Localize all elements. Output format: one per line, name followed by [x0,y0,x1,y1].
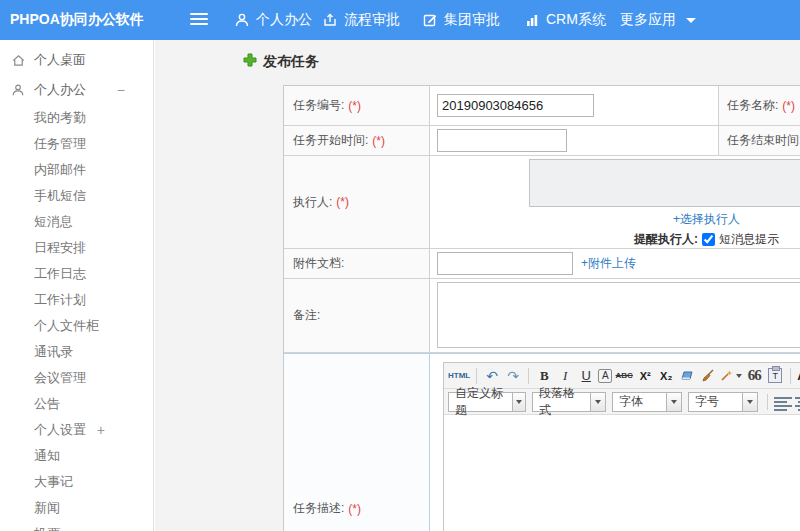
sidebar-item-memorabilia[interactable]: 大事记 [0,469,153,495]
description-label: 任务描述:(*) [284,354,430,531]
sidebar-item-notice[interactable]: 通知 [0,443,153,469]
custom-heading-select[interactable]: 自定义标题 [448,392,526,412]
user-icon [234,12,250,28]
italic-button[interactable]: I [556,366,574,386]
app-logo: PHPOA协同办公软件 [10,0,144,40]
strikethrough-button[interactable]: ABC [615,366,633,386]
underline-button[interactable]: U [577,366,595,386]
sidebar-item-announcement[interactable]: 公告 [0,391,153,417]
home-icon [10,52,26,68]
eraser-button[interactable] [678,366,696,386]
collapse-minus-icon[interactable]: − [117,82,125,98]
rich-text-editor: HTML ↶ ↷ B I U A ABC X² X₂ [443,362,800,531]
sidebar-item-personal-files[interactable]: 个人文件柜 [0,313,153,339]
start-time-label: 任务开始时间:(*) [284,126,430,155]
sidebar-item-schedule[interactable]: 日程安排 [0,235,153,261]
caret-down-icon [686,18,696,23]
sidebar-item-mobile-sms[interactable]: 手机短信 [0,183,153,209]
nav-label: 流程审批 [344,11,400,29]
superscript-button[interactable]: X² [636,366,654,386]
row-executor: 执行人:(*) +选择执行人 提醒执行人: 短消息提示 [284,156,800,249]
sidebar: 个人桌面 个人办公 − 我的考勤 任务管理 内部邮件 手机短信 短消息 日程安排… [0,40,154,531]
sms-remind-label: 短消息提示 [719,231,779,248]
editor-content-area[interactable] [444,415,800,531]
nav-crm-system[interactable]: CRM系统 [524,0,606,40]
row-description: 任务描述:(*) HTML ↶ ↷ B I U A [284,353,800,531]
nav-group-approval[interactable]: 集团审批 [422,0,500,40]
toolbar-separator [528,368,529,384]
align-left-button[interactable] [774,395,792,409]
sidebar-item-task-management[interactable]: 任务管理 [0,131,153,157]
edit-square-icon [422,12,438,28]
editor-toolbar-row2: 自定义标题 段落格式 字体 [444,389,800,415]
sidebar-item-my-attendance[interactable]: 我的考勤 [0,105,153,131]
dropdown-arrow-button[interactable] [590,393,605,411]
app-window: PHPOA协同办公软件 个人办公 流程审批 [0,0,800,531]
bold-button[interactable]: B [535,366,553,386]
font-size-select[interactable]: 字号 [688,392,758,412]
sidebar-item-news[interactable]: 新闻 [0,495,153,521]
subscript-button[interactable]: X₂ [657,366,675,386]
row-attachment: 附件文档: +附件上传 [284,249,800,279]
dropdown-caret-icon [736,374,742,378]
app-logo-text: PHPOA协同办公软件 [10,11,144,29]
start-time-cell [430,126,718,155]
hamburger-menu-icon[interactable] [190,13,208,27]
start-time-input[interactable] [437,129,567,152]
redo-button[interactable]: ↷ [504,366,522,386]
bar-chart-icon [524,12,540,28]
remark-cell [430,279,800,352]
executor-cell: +选择执行人 提醒执行人: 短消息提示 [430,156,800,248]
description-cell: HTML ↶ ↷ B I U A ABC X² X₂ [430,354,800,531]
remark-label: 备注: [284,279,430,352]
choose-executor-link[interactable]: +选择执行人 [673,211,740,228]
paragraph-format-select[interactable]: 段落格式 [532,392,606,412]
undo-button[interactable]: ↶ [483,366,501,386]
sms-remind-checkbox[interactable] [702,233,715,246]
page-title: 发布任务 [263,53,319,71]
sidebar-item-contacts[interactable]: 通讯录 [0,339,153,365]
executor-label: 执行人:(*) [284,156,430,248]
align-center-button[interactable] [795,395,800,409]
sidebar-item-personal-desktop[interactable]: 个人桌面 [0,45,153,75]
required-mark: (*) [348,99,361,113]
required-mark: (*) [782,99,795,113]
font-style-button[interactable]: A [598,369,612,383]
remark-textarea[interactable] [437,282,800,348]
expand-plus-icon[interactable]: + [97,422,105,438]
sidebar-item-personal-settings[interactable]: 个人设置 + [0,417,153,443]
page-header: 发布任务 [243,53,319,71]
top-navbar: PHPOA协同办公软件 个人办公 流程审批 [0,0,800,40]
magic-wand-button[interactable] [720,366,742,386]
paste-from-word-button[interactable]: T [766,366,784,386]
sidebar-item-work-plan[interactable]: 工作计划 [0,287,153,313]
task-number-input[interactable] [437,94,594,117]
nav-personal-office[interactable]: 个人办公 [234,0,312,40]
dropdown-arrow-button[interactable] [512,393,525,411]
sidebar-item-meeting-management[interactable]: 会议管理 [0,365,153,391]
nav-workflow-approval[interactable]: 流程审批 [322,0,400,40]
task-name-label: 任务名称:(*) [718,86,800,125]
font-family-select[interactable]: 字体 [612,392,682,412]
sidebar-item-short-message[interactable]: 短消息 [0,209,153,235]
toolbar-separator [767,394,768,410]
task-number-cell [430,86,718,125]
format-brush-button[interactable] [699,366,717,386]
toolbar-separator [476,368,477,384]
blockquote-button[interactable]: 66 [745,366,763,386]
sidebar-item-clipped[interactable]: 投票 [0,521,153,531]
toolbar-separator [790,368,791,384]
nav-more-apps[interactable]: 更多应用 [620,0,696,40]
attachment-input[interactable] [437,252,573,275]
row-task-number: 任务编号:(*) 任务名称:(*) [284,86,800,126]
sidebar-item-personal-office[interactable]: 个人办公 − [0,75,153,105]
sidebar-item-internal-mail[interactable]: 内部邮件 [0,157,153,183]
dropdown-arrow-button[interactable] [666,393,681,411]
dropdown-arrow-button[interactable] [742,393,757,411]
source-code-button[interactable]: HTML [448,366,470,386]
sidebar-item-work-log[interactable]: 工作日志 [0,261,153,287]
add-plus-icon [243,53,257,71]
nav-label: 个人办公 [256,11,312,29]
attachment-upload-link[interactable]: +附件上传 [581,255,636,272]
executor-textarea[interactable] [529,159,800,207]
